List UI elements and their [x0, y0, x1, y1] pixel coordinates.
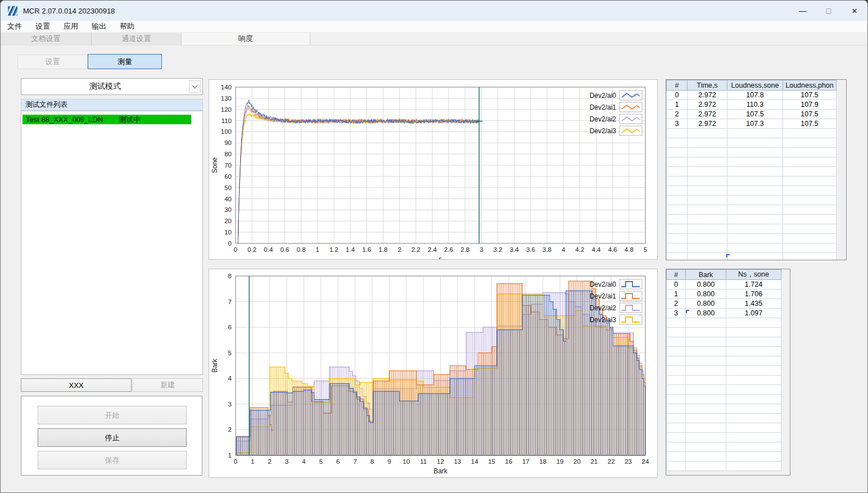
table-row[interactable]: [667, 253, 837, 261]
table-row[interactable]: 02.972107.8107.5: [667, 91, 837, 100]
table-row[interactable]: [667, 215, 837, 224]
settings-button[interactable]: 设置: [17, 55, 88, 69]
table-row[interactable]: [667, 433, 781, 442]
column-header[interactable]: #: [667, 270, 686, 280]
table-row[interactable]: [667, 404, 781, 414]
table-cell: 1: [667, 290, 686, 299]
table-row[interactable]: 10.8001.706: [667, 290, 781, 299]
test-mode-select[interactable]: 测试模式: [21, 78, 203, 95]
x-tick-label: 22: [608, 458, 615, 465]
menu-item-3[interactable]: 输出: [85, 21, 113, 32]
table-row[interactable]: [667, 138, 837, 148]
table-cell: 107.5: [727, 110, 783, 119]
table-row[interactable]: 32.972107.3107.5: [667, 119, 837, 129]
table-row[interactable]: [667, 328, 781, 337]
tab-0[interactable]: 文档设置: [1, 33, 92, 45]
table-cell: [783, 148, 837, 157]
column-header[interactable]: Ns，sone: [726, 270, 781, 280]
table-row[interactable]: [667, 337, 781, 347]
table-row[interactable]: [667, 414, 781, 423]
table-cell: [686, 442, 726, 452]
table-row[interactable]: 20.8001.435: [667, 299, 781, 309]
xxx-button[interactable]: XXX: [21, 378, 132, 392]
table-row[interactable]: 22.972107.5107.5: [667, 110, 837, 119]
table-cell: 107.5: [783, 119, 837, 129]
x-tick-label: 4.8: [625, 246, 634, 253]
table-row[interactable]: [667, 177, 837, 186]
table-cell: [727, 224, 783, 234]
column-header[interactable]: Loudness,sone: [727, 80, 783, 91]
minimize-button[interactable]: —: [790, 1, 816, 21]
table-row[interactable]: [667, 356, 781, 366]
column-header[interactable]: Loudness,phon: [783, 80, 837, 91]
close-button[interactable]: ✕: [842, 1, 867, 21]
menu-item-1[interactable]: 设置: [29, 21, 57, 32]
table-row[interactable]: [667, 442, 781, 452]
table-row[interactable]: [667, 196, 837, 205]
table-cell: [686, 376, 726, 385]
table-row[interactable]: [667, 148, 837, 157]
table-cell: [727, 243, 783, 253]
table-row[interactable]: [667, 243, 837, 253]
save-button[interactable]: 保存: [38, 451, 187, 469]
menu-item-2[interactable]: 应用: [57, 21, 85, 32]
table-cell: 0.800: [686, 280, 726, 290]
column-header[interactable]: Time,s: [688, 80, 727, 91]
table-cell: [727, 186, 783, 196]
table-row[interactable]: [667, 462, 781, 471]
tab-1[interactable]: 通道设置: [92, 33, 182, 45]
list-item[interactable]: Test 88_XXX_009_LDN测试中: [22, 115, 191, 124]
table-cell: [727, 138, 783, 148]
table-row[interactable]: [667, 157, 837, 167]
table-row[interactable]: [667, 452, 781, 462]
loudness-results-table[interactable]: #Time,sLoudness,soneLoudness,phon02.9721…: [666, 79, 847, 260]
table-row[interactable]: 00.8001.724: [667, 280, 781, 290]
table-row[interactable]: [667, 366, 781, 376]
stop-button[interactable]: 停止: [38, 428, 187, 447]
table-row[interactable]: [667, 205, 837, 215]
maximize-button[interactable]: ▢: [816, 1, 842, 21]
table-cell: [686, 356, 726, 366]
bark-results-table[interactable]: #BarkNs，sone00.8001.72410.8001.70620.800…: [666, 269, 790, 476]
table-row[interactable]: [667, 395, 781, 404]
start-button[interactable]: 开始: [38, 406, 187, 424]
new-button[interactable]: 新建: [132, 378, 203, 392]
table-row[interactable]: 30.8001.097: [667, 309, 781, 318]
table-row[interactable]: [667, 385, 781, 395]
table-row[interactable]: [667, 318, 781, 328]
table-row[interactable]: [667, 224, 837, 234]
column-header[interactable]: #: [667, 80, 688, 91]
table-row[interactable]: 12.972110.3107.9: [667, 100, 837, 110]
table-cell: [688, 138, 727, 148]
table-cell: [726, 414, 781, 423]
column-header[interactable]: Bark: [686, 270, 726, 280]
table-row[interactable]: [667, 376, 781, 385]
menu-item-0[interactable]: 文件: [1, 21, 29, 32]
table-cell: [686, 337, 726, 347]
table-cell: [686, 462, 726, 471]
table-cell: 1: [667, 100, 688, 110]
table-cell: [727, 167, 783, 177]
test-mode-value: 测试模式: [21, 82, 189, 92]
tab-2[interactable]: 响度: [182, 33, 310, 45]
table-row[interactable]: [667, 347, 781, 356]
table-cell: [686, 366, 726, 376]
combo-dropdown-button[interactable]: [189, 80, 201, 93]
table-row[interactable]: [667, 129, 837, 138]
table-row[interactable]: [667, 234, 837, 243]
table-cell: [667, 177, 688, 186]
table-cell: [667, 442, 686, 452]
table-row[interactable]: [667, 423, 781, 433]
menu-item-4[interactable]: 帮助: [113, 21, 141, 32]
measure-button[interactable]: 测量: [88, 54, 162, 69]
table-cell: [726, 366, 781, 376]
table-cell: 0: [667, 91, 688, 100]
file-status: 测试中: [119, 115, 141, 125]
table-row[interactable]: [667, 167, 837, 177]
test-file-listbox[interactable]: Test 88_XXX_009_LDN测试中: [21, 111, 203, 375]
x-tick-label: 1.2: [329, 246, 338, 253]
table-row[interactable]: [667, 186, 837, 196]
table-cell: [726, 356, 781, 366]
table-cell: [726, 347, 781, 356]
legend-label: Dev2/ai0: [590, 281, 617, 288]
